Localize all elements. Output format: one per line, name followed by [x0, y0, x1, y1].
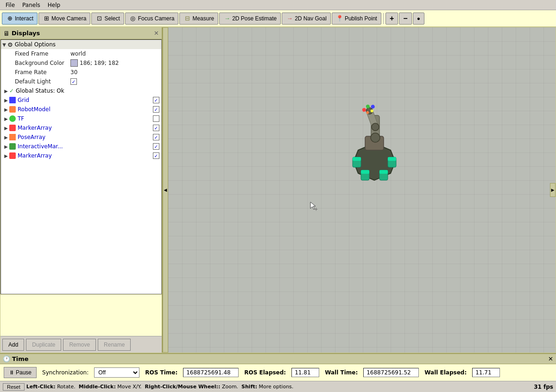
focus-camera-label: Focus Camera: [138, 15, 175, 22]
grid-item[interactable]: ▶ Grid: [1, 95, 161, 105]
publish-point-label: Publish Point: [345, 15, 377, 22]
sync-select[interactable]: Off Approximate Exact: [94, 367, 139, 378]
wall-time-value: 1688725691.52: [363, 368, 419, 377]
tf-item[interactable]: ▶ TF: [1, 114, 161, 123]
background-color-label: Background Color: [15, 60, 70, 66]
add-button[interactable]: Add: [2, 339, 24, 351]
tf-label: TF: [18, 115, 153, 122]
fixed-frame-value[interactable]: world: [70, 51, 86, 57]
pause-icon: ⏸: [9, 369, 14, 376]
ros-elapsed-label: ROS Elapsed:: [244, 369, 286, 376]
tf-checkbox[interactable]: [153, 115, 159, 122]
svg-rect-2: [353, 157, 361, 161]
pose-array-item[interactable]: ▶ PoseArray: [1, 133, 161, 142]
robot-model-item[interactable]: ▶ RobotModel: [1, 105, 161, 114]
global-options-item[interactable]: ▼ ⚙ Global Options: [1, 40, 161, 49]
duplicate-button[interactable]: Duplicate: [26, 339, 61, 351]
ros-time-label: ROS Time:: [145, 369, 177, 376]
right-collapse-arrow[interactable]: ▶: [550, 183, 556, 197]
tree-panel: ▼ ⚙ Global Options Fixed Frame world Bac…: [0, 39, 162, 294]
left-collapse-arrow[interactable]: ◀: [163, 27, 168, 353]
zoom-reset-button[interactable]: ●: [413, 13, 424, 25]
marker-array-1-item[interactable]: ▶ MarkerArray: [1, 123, 161, 133]
panel-buttons: Add Duplicate Remove Rename: [0, 336, 162, 353]
toolbar-separator: [383, 13, 384, 24]
left-panel: 🖥 Displays ✕ ▼ ⚙ Global Options Fixed Fr…: [0, 27, 163, 353]
robot-model-checkbox[interactable]: [153, 106, 159, 113]
pose-array-checkbox[interactable]: [153, 134, 159, 140]
interact-label: Interact: [15, 15, 33, 22]
default-light-label: Default Light: [15, 78, 70, 85]
move-camera-button[interactable]: ⊞ Move Camera: [38, 13, 90, 25]
time-header: 🕐 Time ✕: [0, 354, 556, 364]
zoom-in-button[interactable]: +: [385, 13, 398, 25]
frame-rate-value[interactable]: 30: [70, 69, 77, 76]
focus-camera-button[interactable]: ◎ Focus Camera: [125, 13, 179, 25]
interact-button[interactable]: ⊕ Interact: [2, 13, 38, 25]
select-button[interactable]: ⊡ Select: [91, 13, 124, 25]
marker-array-2-item[interactable]: ▶ MarkerArray: [1, 151, 161, 160]
marker-array-2-checkbox[interactable]: [153, 152, 159, 159]
pose-estimate-button[interactable]: → 2D Pose Estimate: [219, 13, 281, 25]
pause-button[interactable]: ⏸ Pause: [4, 367, 37, 378]
nav-goal-icon: →: [286, 15, 293, 22]
pose-array-expand-icon[interactable]: ▶: [3, 135, 9, 140]
remove-button[interactable]: Remove: [63, 339, 96, 351]
background-color-text: 186; 189; 182: [80, 60, 119, 66]
publish-point-button[interactable]: 📍 Publish Point: [332, 13, 381, 25]
robot-model-expand-icon[interactable]: ▶: [3, 107, 9, 112]
robot-model-icon: [9, 106, 16, 113]
default-light-value[interactable]: [70, 78, 79, 85]
time-panel: 🕐 Time ✕ ⏸ Pause Synchronization: Off Ap…: [0, 353, 556, 381]
svg-rect-4: [388, 157, 396, 161]
interactive-marker-item[interactable]: ▶ InteractiveMar...: [1, 142, 161, 151]
time-content: ⏸ Pause Synchronization: Off Approximate…: [0, 364, 556, 381]
global-options-expand-icon[interactable]: ▼: [1, 42, 7, 47]
tf-icon: [9, 115, 16, 122]
interactive-marker-expand-icon[interactable]: ▶: [3, 144, 9, 149]
grid-expand-icon[interactable]: ▶: [3, 98, 9, 103]
pose-estimate-icon: →: [223, 15, 231, 22]
select-icon: ⊡: [95, 15, 103, 22]
global-status-label: Global Status: Ok: [16, 88, 161, 94]
robot-model-label: RobotModel: [18, 106, 153, 113]
measure-button[interactable]: ⊟ Measure: [179, 13, 218, 25]
background-color-row: Background Color 186; 189; 182: [1, 58, 161, 68]
menu-file[interactable]: File: [2, 1, 19, 9]
interactive-marker-icon: [9, 143, 16, 150]
marker-array-1-expand-icon[interactable]: ▶: [3, 126, 9, 131]
nav-goal-button[interactable]: → 2D Nav Goal: [282, 13, 331, 25]
displays-icon: 🖥: [3, 30, 10, 37]
menu-help[interactable]: Help: [44, 1, 64, 9]
svg-point-11: [371, 133, 380, 142]
marker-array-2-label: MarkerArray: [18, 152, 153, 159]
viewport[interactable]: + ▶: [168, 27, 556, 353]
default-light-row: Default Light: [1, 77, 161, 86]
global-status-item[interactable]: ▶ ✓ Global Status: Ok: [1, 86, 161, 95]
interact-icon: ⊕: [6, 15, 13, 22]
focus-camera-icon: ◎: [129, 15, 137, 22]
grid-checkbox[interactable]: [153, 97, 159, 103]
wall-time-label: Wall Time:: [325, 369, 358, 376]
default-light-checkbox[interactable]: [70, 78, 77, 85]
rename-button[interactable]: Rename: [98, 339, 131, 351]
interactive-marker-checkbox[interactable]: [153, 143, 159, 150]
status-text: Left-Click: Rotate. Middle-Click: Move X…: [26, 384, 532, 390]
statusbar: Reset Left-Click: Rotate. Middle-Click: …: [0, 381, 556, 392]
measure-label: Measure: [192, 15, 214, 22]
zoom-out-button[interactable]: −: [399, 13, 411, 25]
time-close-icon[interactable]: ✕: [548, 355, 553, 362]
marker-array-2-expand-icon[interactable]: ▶: [3, 153, 9, 158]
displays-close-icon[interactable]: ✕: [154, 30, 159, 37]
frame-rate-label: Frame Rate: [15, 69, 70, 76]
menu-panels[interactable]: Panels: [19, 1, 44, 9]
global-options-gear-icon: ⚙: [7, 41, 13, 48]
global-status-checkmark: ✓: [9, 88, 14, 94]
global-status-expand-icon[interactable]: ▶: [3, 89, 9, 94]
background-color-value[interactable]: 186; 189; 182: [70, 59, 119, 67]
tf-expand-icon[interactable]: ▶: [3, 116, 9, 121]
grid-icon: [9, 97, 16, 103]
clock-icon: 🕐: [3, 355, 10, 362]
reset-button[interactable]: Reset: [3, 383, 25, 391]
marker-array-1-checkbox[interactable]: [153, 125, 159, 131]
